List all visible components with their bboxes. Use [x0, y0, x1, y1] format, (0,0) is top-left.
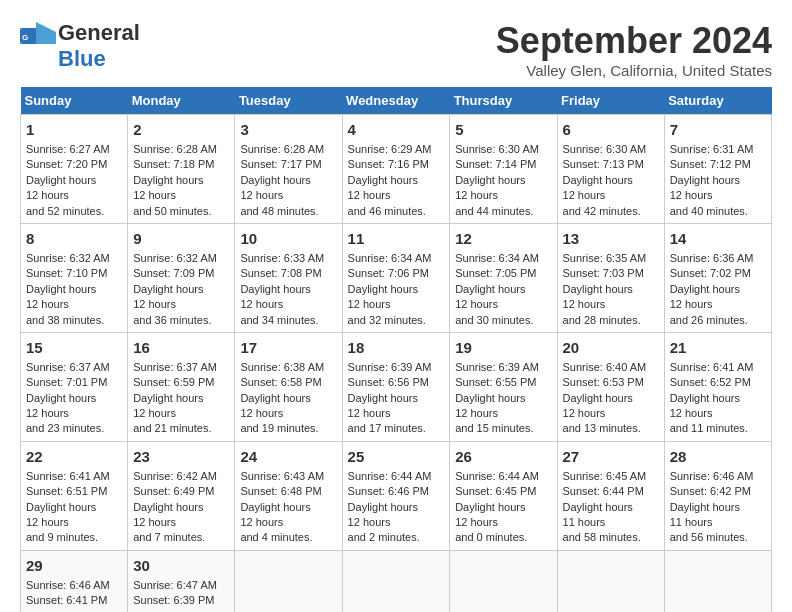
location: Valley Glen, California, United States: [496, 62, 772, 79]
day-number: 4: [348, 119, 445, 140]
calendar-cell: [450, 550, 557, 612]
calendar-cell: [557, 550, 664, 612]
col-friday: Friday: [557, 87, 664, 115]
calendar-cell: [235, 550, 342, 612]
col-saturday: Saturday: [664, 87, 771, 115]
day-number: 26: [455, 446, 551, 467]
calendar-cell: 29Sunrise: 6:46 AMSunset: 6:41 PMDayligh…: [21, 550, 128, 612]
day-number: 29: [26, 555, 122, 576]
day-number: 24: [240, 446, 336, 467]
calendar-cell: 8Sunrise: 6:32 AMSunset: 7:10 PMDaylight…: [21, 223, 128, 332]
day-number: 1: [26, 119, 122, 140]
calendar-cell: 20Sunrise: 6:40 AMSunset: 6:53 PMDayligh…: [557, 332, 664, 441]
day-number: 15: [26, 337, 122, 358]
day-number: 23: [133, 446, 229, 467]
day-info: Sunrise: 6:30 AMSunset: 7:14 PMDaylight …: [455, 143, 539, 217]
day-number: 6: [563, 119, 659, 140]
day-number: 12: [455, 228, 551, 249]
day-number: 25: [348, 446, 445, 467]
week-row: 15Sunrise: 6:37 AMSunset: 7:01 PMDayligh…: [21, 332, 772, 441]
calendar-cell: 28Sunrise: 6:46 AMSunset: 6:42 PMDayligh…: [664, 441, 771, 550]
day-number: 22: [26, 446, 122, 467]
calendar-cell: 4Sunrise: 6:29 AMSunset: 7:16 PMDaylight…: [342, 115, 450, 224]
calendar-cell: 3Sunrise: 6:28 AMSunset: 7:17 PMDaylight…: [235, 115, 342, 224]
day-info: Sunrise: 6:34 AMSunset: 7:06 PMDaylight …: [348, 252, 432, 326]
calendar-cell: [342, 550, 450, 612]
calendar-cell: 5Sunrise: 6:30 AMSunset: 7:14 PMDaylight…: [450, 115, 557, 224]
calendar-cell: [664, 550, 771, 612]
day-info: Sunrise: 6:37 AMSunset: 7:01 PMDaylight …: [26, 361, 110, 435]
day-number: 28: [670, 446, 766, 467]
calendar-cell: 22Sunrise: 6:41 AMSunset: 6:51 PMDayligh…: [21, 441, 128, 550]
calendar-cell: 16Sunrise: 6:37 AMSunset: 6:59 PMDayligh…: [128, 332, 235, 441]
day-info: Sunrise: 6:46 AMSunset: 6:41 PMDaylight …: [26, 579, 110, 612]
calendar-cell: 24Sunrise: 6:43 AMSunset: 6:48 PMDayligh…: [235, 441, 342, 550]
calendar-cell: 12Sunrise: 6:34 AMSunset: 7:05 PMDayligh…: [450, 223, 557, 332]
day-info: Sunrise: 6:28 AMSunset: 7:18 PMDaylight …: [133, 143, 217, 217]
svg-text:G: G: [22, 33, 28, 42]
day-number: 2: [133, 119, 229, 140]
day-number: 17: [240, 337, 336, 358]
day-number: 8: [26, 228, 122, 249]
week-row: 1Sunrise: 6:27 AMSunset: 7:20 PMDaylight…: [21, 115, 772, 224]
calendar-cell: 6Sunrise: 6:30 AMSunset: 7:13 PMDaylight…: [557, 115, 664, 224]
calendar-cell: 17Sunrise: 6:38 AMSunset: 6:58 PMDayligh…: [235, 332, 342, 441]
calendar-cell: 9Sunrise: 6:32 AMSunset: 7:09 PMDaylight…: [128, 223, 235, 332]
svg-marker-1: [36, 22, 56, 44]
calendar-cell: 21Sunrise: 6:41 AMSunset: 6:52 PMDayligh…: [664, 332, 771, 441]
calendar-cell: 15Sunrise: 6:37 AMSunset: 7:01 PMDayligh…: [21, 332, 128, 441]
calendar-table: Sunday Monday Tuesday Wednesday Thursday…: [20, 87, 772, 612]
day-info: Sunrise: 6:35 AMSunset: 7:03 PMDaylight …: [563, 252, 647, 326]
logo-icon: G: [20, 22, 56, 44]
header-row: Sunday Monday Tuesday Wednesday Thursday…: [21, 87, 772, 115]
day-info: Sunrise: 6:38 AMSunset: 6:58 PMDaylight …: [240, 361, 324, 435]
calendar-cell: 30Sunrise: 6:47 AMSunset: 6:39 PMDayligh…: [128, 550, 235, 612]
calendar-cell: 1Sunrise: 6:27 AMSunset: 7:20 PMDaylight…: [21, 115, 128, 224]
day-info: Sunrise: 6:46 AMSunset: 6:42 PMDaylight …: [670, 470, 754, 544]
day-info: Sunrise: 6:27 AMSunset: 7:20 PMDaylight …: [26, 143, 110, 217]
day-info: Sunrise: 6:33 AMSunset: 7:08 PMDaylight …: [240, 252, 324, 326]
calendar-cell: 7Sunrise: 6:31 AMSunset: 7:12 PMDaylight…: [664, 115, 771, 224]
day-info: Sunrise: 6:39 AMSunset: 6:56 PMDaylight …: [348, 361, 432, 435]
day-info: Sunrise: 6:39 AMSunset: 6:55 PMDaylight …: [455, 361, 539, 435]
day-info: Sunrise: 6:32 AMSunset: 7:09 PMDaylight …: [133, 252, 217, 326]
month-title: September 2024: [496, 20, 772, 62]
week-row: 29Sunrise: 6:46 AMSunset: 6:41 PMDayligh…: [21, 550, 772, 612]
day-number: 27: [563, 446, 659, 467]
day-number: 19: [455, 337, 551, 358]
calendar-cell: 26Sunrise: 6:44 AMSunset: 6:45 PMDayligh…: [450, 441, 557, 550]
day-info: Sunrise: 6:28 AMSunset: 7:17 PMDaylight …: [240, 143, 324, 217]
page-header: G General Blue September 2024 Valley Gle…: [20, 20, 772, 79]
day-number: 14: [670, 228, 766, 249]
calendar-cell: 2Sunrise: 6:28 AMSunset: 7:18 PMDaylight…: [128, 115, 235, 224]
calendar-cell: 25Sunrise: 6:44 AMSunset: 6:46 PMDayligh…: [342, 441, 450, 550]
day-number: 3: [240, 119, 336, 140]
logo: G General Blue: [20, 20, 140, 72]
calendar-cell: 14Sunrise: 6:36 AMSunset: 7:02 PMDayligh…: [664, 223, 771, 332]
day-info: Sunrise: 6:44 AMSunset: 6:45 PMDaylight …: [455, 470, 539, 544]
calendar-cell: 23Sunrise: 6:42 AMSunset: 6:49 PMDayligh…: [128, 441, 235, 550]
col-tuesday: Tuesday: [235, 87, 342, 115]
day-info: Sunrise: 6:37 AMSunset: 6:59 PMDaylight …: [133, 361, 217, 435]
day-number: 9: [133, 228, 229, 249]
logo-general: General: [58, 20, 140, 46]
day-info: Sunrise: 6:40 AMSunset: 6:53 PMDaylight …: [563, 361, 647, 435]
week-row: 22Sunrise: 6:41 AMSunset: 6:51 PMDayligh…: [21, 441, 772, 550]
day-info: Sunrise: 6:45 AMSunset: 6:44 PMDaylight …: [563, 470, 647, 544]
day-number: 16: [133, 337, 229, 358]
day-number: 18: [348, 337, 445, 358]
col-sunday: Sunday: [21, 87, 128, 115]
logo-blue: Blue: [58, 46, 106, 72]
title-area: September 2024 Valley Glen, California, …: [496, 20, 772, 79]
day-info: Sunrise: 6:41 AMSunset: 6:51 PMDaylight …: [26, 470, 110, 544]
day-info: Sunrise: 6:30 AMSunset: 7:13 PMDaylight …: [563, 143, 647, 217]
week-row: 8Sunrise: 6:32 AMSunset: 7:10 PMDaylight…: [21, 223, 772, 332]
calendar-cell: 19Sunrise: 6:39 AMSunset: 6:55 PMDayligh…: [450, 332, 557, 441]
day-info: Sunrise: 6:47 AMSunset: 6:39 PMDaylight …: [133, 579, 217, 612]
col-thursday: Thursday: [450, 87, 557, 115]
day-number: 11: [348, 228, 445, 249]
calendar-cell: 10Sunrise: 6:33 AMSunset: 7:08 PMDayligh…: [235, 223, 342, 332]
day-info: Sunrise: 6:29 AMSunset: 7:16 PMDaylight …: [348, 143, 432, 217]
day-info: Sunrise: 6:32 AMSunset: 7:10 PMDaylight …: [26, 252, 110, 326]
day-number: 21: [670, 337, 766, 358]
